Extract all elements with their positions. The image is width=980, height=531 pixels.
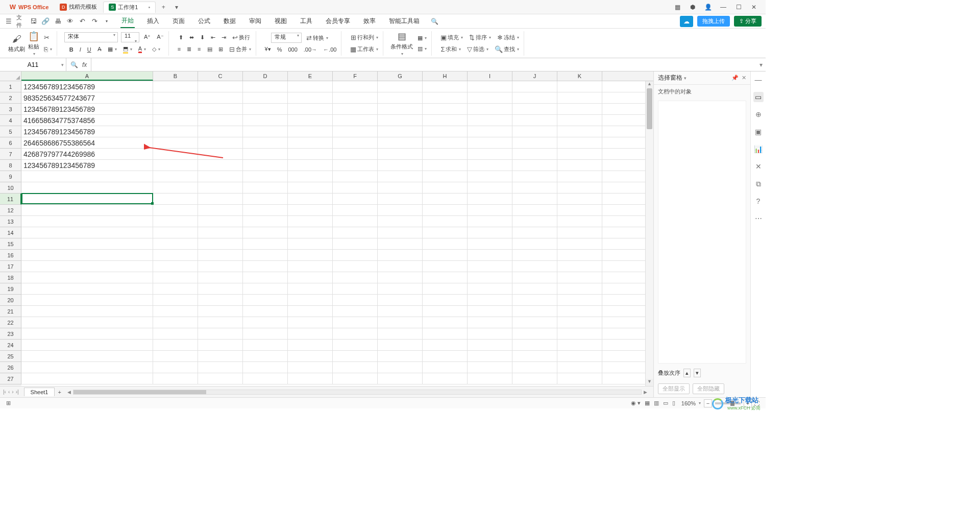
cell-B18[interactable] [153,272,198,283]
save-icon[interactable]: 🖫 [29,17,38,26]
horizontal-scrollbar[interactable]: ◀ ▶ [65,390,649,395]
find-button[interactable]: 🔍查找 [493,44,521,54]
cell-I8[interactable] [468,160,512,171]
cell-F11[interactable] [333,194,378,204]
cell-I15[interactable] [468,238,512,249]
cell-C26[interactable] [198,362,243,373]
cell-H21[interactable] [423,306,468,317]
cell-G1[interactable] [378,81,423,92]
cell-F22[interactable] [333,317,378,328]
menu-视图[interactable]: 视图 [274,15,288,28]
cell-D15[interactable] [243,238,288,249]
cell-J3[interactable] [512,104,557,114]
cell-I26[interactable] [468,362,512,373]
cell-K26[interactable] [557,362,602,373]
cell-J10[interactable] [512,182,557,193]
cell-K24[interactable] [557,340,602,350]
cell-E13[interactable] [288,216,333,227]
row-head-12[interactable]: 12 [0,205,21,216]
row-head-26[interactable]: 26 [0,362,21,373]
cell-J15[interactable] [512,238,557,249]
cell-A1[interactable]: 123456789123456789 [21,81,153,92]
cell-G13[interactable] [378,216,423,227]
cell-G15[interactable] [378,238,423,249]
col-head-H[interactable]: H [423,71,468,81]
cell-D17[interactable] [243,261,288,272]
cell-K22[interactable] [557,317,602,328]
percent-button[interactable]: % [276,45,284,54]
cell-F4[interactable] [333,115,378,126]
col-head-G[interactable]: G [378,71,423,81]
row-head-17[interactable]: 17 [0,261,21,272]
cell-K6[interactable] [557,137,602,148]
cell-H6[interactable] [423,137,468,148]
cell-A20[interactable] [21,295,153,305]
pane-close-icon[interactable]: ✕ [742,75,746,81]
cut-button[interactable]: ✂ [42,33,54,42]
cell-D2[interactable] [243,92,288,103]
cell-K3[interactable] [557,104,602,114]
cell-G20[interactable] [378,295,423,305]
cell-A21[interactable] [21,306,153,317]
cell-C20[interactable] [198,295,243,305]
align-middle-button[interactable]: ⬌ [188,33,195,42]
col-head-J[interactable]: J [512,71,557,81]
cell-A26[interactable] [21,362,153,373]
analyze-icon[interactable]: 📊 [753,144,764,154]
cell-B7[interactable] [153,149,198,159]
cell-I18[interactable] [468,272,512,283]
cell-G10[interactable] [378,182,423,193]
cell-K27[interactable] [557,373,602,384]
table-style-button[interactable]: ▦ [416,34,428,42]
paste-button[interactable]: 📋粘贴 [28,31,39,56]
fill-color-button[interactable]: ⬒ [121,44,134,55]
col-head-A[interactable]: A [21,71,153,81]
cell-B13[interactable] [153,216,198,227]
cell-J21[interactable] [512,306,557,317]
cell-G19[interactable] [378,283,423,294]
cell-F3[interactable] [333,104,378,114]
cell-H9[interactable] [423,171,468,182]
cell-A3[interactable]: 123456789123456789 [21,104,153,114]
cell-A8[interactable]: 123456789123456789 [21,160,153,171]
cell-F23[interactable] [333,328,378,339]
cell-G11[interactable] [378,194,423,204]
inc-decimal-button[interactable]: .00→ [302,45,318,54]
cell-C13[interactable] [198,216,243,227]
cell-G4[interactable] [378,115,423,126]
cell-K20[interactable] [557,295,602,305]
cell-E24[interactable] [288,340,333,350]
formula-input[interactable] [91,58,756,71]
hscroll-right-icon[interactable]: ▶ [642,390,649,395]
view-normal-icon[interactable]: ▥ [654,400,659,406]
row-head-5[interactable]: 5 [0,126,21,137]
cell-E3[interactable] [288,104,333,114]
cell-I14[interactable] [468,227,512,238]
cell-C11[interactable] [198,194,243,204]
cell-K15[interactable] [557,238,602,249]
cell-F6[interactable] [333,137,378,148]
cell-K4[interactable] [557,115,602,126]
row-head-9[interactable]: 9 [0,171,21,182]
hamburger-icon[interactable]: ☰ [4,17,13,26]
cell-H20[interactable] [423,295,468,305]
cell-J2[interactable] [512,92,557,103]
cell-C14[interactable] [198,227,243,238]
template-tab[interactable]: D 找稻壳模板 [55,2,102,13]
indent-inc-button[interactable]: ⇥ [220,33,228,42]
menu-工具[interactable]: 工具 [299,15,313,28]
row-head-20[interactable]: 20 [0,295,21,306]
cell-B23[interactable] [153,328,198,339]
cell-A4[interactable]: 416658634775374856 [21,115,153,126]
dec-decimal-button[interactable]: ←.00 [322,45,338,54]
cell-F24[interactable] [333,340,378,350]
select-all-corner[interactable] [0,71,21,81]
print-preview-icon[interactable]: 👁 [65,17,75,26]
cell-I19[interactable] [468,283,512,294]
props-icon[interactable]: ⊕ [753,109,764,119]
cell-G16[interactable] [378,250,423,260]
cell-J9[interactable] [512,171,557,182]
cell-E16[interactable] [288,250,333,260]
cell-E6[interactable] [288,137,333,148]
user-icon[interactable]: 👤 [700,1,716,13]
